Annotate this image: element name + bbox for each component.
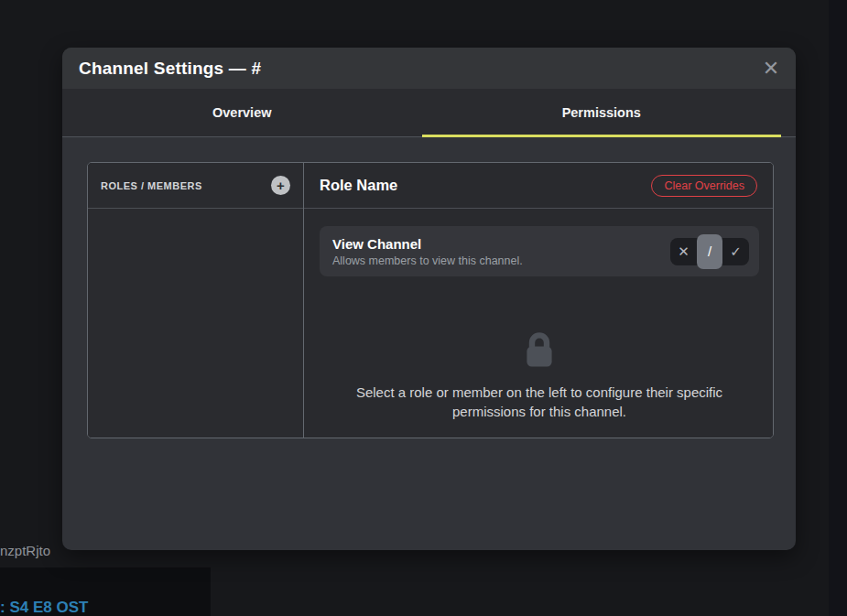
background-link[interactable]: : S4 E8 OST bbox=[0, 599, 88, 616]
allow-toggle-button[interactable]: ✓ bbox=[722, 238, 749, 265]
tab-bar: Overview Permissions bbox=[62, 89, 796, 137]
background-right-strip bbox=[829, 0, 847, 616]
tab-permissions-label: Permissions bbox=[562, 105, 641, 120]
neutral-toggle-button[interactable]: / bbox=[697, 234, 722, 269]
role-permissions-panel: Role Name Clear Overrides View Channel A… bbox=[304, 163, 773, 438]
tab-permissions[interactable]: Permissions bbox=[422, 89, 782, 136]
lock-icon bbox=[517, 328, 561, 372]
permission-text-block: View Channel Allows members to view this… bbox=[332, 236, 523, 267]
modal-body: ROLES / MEMBERS + Role Name Clear Overri… bbox=[62, 137, 796, 438]
modal-title: Channel Settings — # bbox=[79, 59, 261, 79]
roles-members-panel: ROLES / MEMBERS + bbox=[88, 163, 304, 438]
deny-toggle-button[interactable]: ✕ bbox=[670, 238, 697, 265]
slash-icon: / bbox=[708, 243, 711, 259]
add-role-button[interactable]: + bbox=[271, 176, 290, 195]
check-icon: ✓ bbox=[730, 243, 742, 260]
tab-overview-label: Overview bbox=[212, 105, 272, 120]
close-button[interactable]: ✕ bbox=[757, 55, 785, 82]
permission-description: Allows members to view this channel. bbox=[332, 254, 523, 267]
modal-titlebar: Channel Settings — # ✕ bbox=[62, 48, 796, 89]
empty-state-text: Select a role or member on the left to c… bbox=[320, 383, 759, 421]
roles-members-label: ROLES / MEMBERS bbox=[101, 180, 202, 191]
permission-name: View Channel bbox=[332, 236, 523, 252]
x-icon: ✕ bbox=[678, 243, 690, 260]
empty-state: Select a role or member on the left to c… bbox=[320, 328, 759, 421]
active-tab-underline bbox=[422, 135, 782, 137]
clear-overrides-button[interactable]: Clear Overrides bbox=[651, 175, 757, 197]
plus-icon: + bbox=[277, 177, 285, 194]
close-icon: ✕ bbox=[763, 59, 779, 79]
permissions-content: View Channel Allows members to view this… bbox=[304, 209, 773, 421]
permission-tri-state-toggle: ✕ / ✓ bbox=[670, 238, 749, 265]
permissions-panels: ROLES / MEMBERS + Role Name Clear Overri… bbox=[87, 162, 774, 438]
roles-members-list[interactable] bbox=[88, 209, 303, 438]
channel-settings-modal: Channel Settings — # ✕ Overview Permissi… bbox=[62, 48, 796, 550]
tab-overview[interactable]: Overview bbox=[62, 89, 422, 136]
roles-members-header: ROLES / MEMBERS + bbox=[88, 163, 303, 209]
background-partial-text: nzptRjto bbox=[0, 543, 50, 558]
role-name-title: Role Name bbox=[320, 177, 397, 194]
role-permissions-header: Role Name Clear Overrides bbox=[304, 163, 773, 209]
permission-row-view-channel: View Channel Allows members to view this… bbox=[320, 226, 759, 276]
